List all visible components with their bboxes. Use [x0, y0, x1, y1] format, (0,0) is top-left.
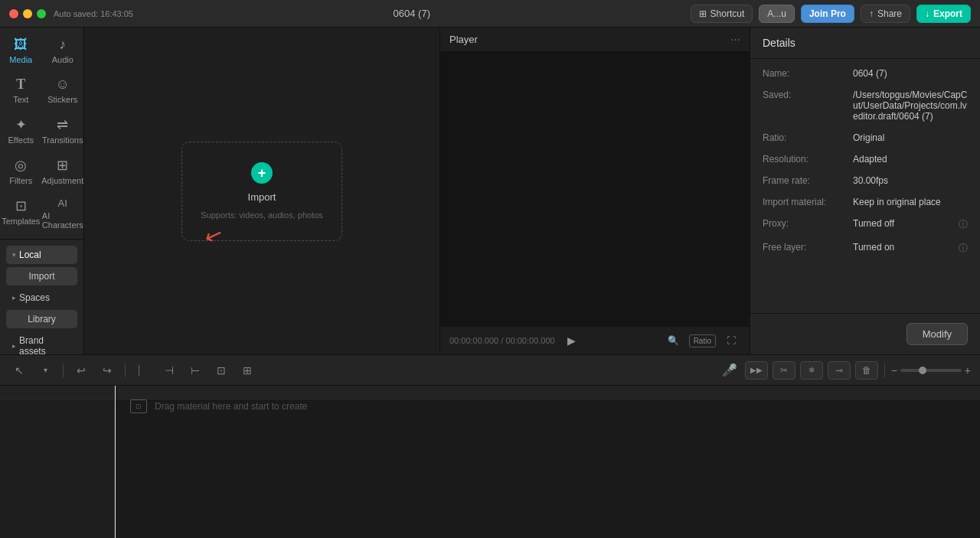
proxy-info-icon[interactable]: ⓘ: [959, 218, 968, 231]
sidebar-section: ▾ Local Import ▸ Spaces Library ▸ Brand …: [0, 240, 83, 354]
sidebar-item-local-label: Local: [19, 249, 41, 260]
maximize-button[interactable]: [37, 9, 46, 18]
share-button[interactable]: ↑ Share: [861, 5, 910, 23]
sidebar-item-local[interactable]: ▾ Local: [6, 246, 77, 264]
close-button[interactable]: [9, 9, 18, 18]
fit-tool[interactable]: ⊞: [237, 360, 257, 380]
tab-text[interactable]: T Text: [0, 70, 42, 110]
chevron-down-icon: ▾: [12, 251, 16, 259]
chevron-right-icon-2: ▸: [12, 342, 16, 350]
ai-characters-icon: AI: [58, 197, 67, 209]
cursor-tool[interactable]: ↖: [9, 360, 29, 380]
split-icon-button[interactable]: ⊸: [828, 361, 851, 380]
sidebar-import-button[interactable]: Import: [6, 267, 77, 285]
tab-stickers[interactable]: ☺ Stickers: [42, 70, 84, 110]
join-pro-button[interactable]: Join Pro: [801, 5, 854, 23]
tab-stickers-label: Stickers: [47, 95, 77, 104]
sidebar-item-brand-assets-label: Brand assets: [19, 335, 71, 354]
trim-icon-button[interactable]: ✂: [773, 361, 795, 380]
avatar-label: A...u: [767, 8, 786, 19]
sidebar-item-spaces[interactable]: ▸ Spaces: [6, 289, 77, 307]
tab-audio[interactable]: ♪ Audio: [42, 31, 84, 70]
player-menu-icon[interactable]: ⋯: [730, 34, 740, 45]
avatar-button[interactable]: A...u: [759, 5, 795, 23]
fullscreen-icon[interactable]: ⛶: [722, 331, 740, 350]
tab-adjustment-label: Adjustment: [41, 176, 83, 185]
free-layer-label: Free layer:: [763, 242, 847, 253]
titlebar-right: ⊞ Shortcut A...u Join Pro ↑ Share ↓ Expo…: [691, 5, 971, 23]
import-label: Import: [248, 191, 276, 203]
undo-button[interactable]: ↩: [71, 360, 91, 380]
timeline-main-track[interactable]: ⊡ Drag material here and start to create: [115, 399, 980, 413]
free-layer-info-icon[interactable]: ⓘ: [959, 242, 968, 255]
play-button[interactable]: ▶: [563, 331, 581, 350]
import-sub-label: Supports: videos, audios, photos: [201, 210, 323, 220]
trim-end-tool[interactable]: ⊢: [185, 360, 205, 380]
tab-templates[interactable]: ⊡ Templates: [0, 191, 42, 236]
screen-icon: ⊞: [699, 8, 707, 19]
join-pro-label: Join Pro: [809, 8, 846, 19]
detail-row-saved: Saved: /Users/topgus/Movies/CapCut/UserD…: [763, 90, 968, 122]
tab-transitions[interactable]: ⇌ Transitions: [42, 110, 84, 151]
tab-audio-label: Audio: [52, 55, 74, 64]
stickers-icon: ☺: [56, 77, 70, 93]
split-tool[interactable]: ⎸: [133, 360, 153, 380]
tab-filters[interactable]: ◎ Filters: [0, 151, 42, 191]
search-zoom-icon[interactable]: 🔍: [665, 331, 683, 350]
dropdown-arrow[interactable]: ▾: [35, 360, 55, 380]
crop-tool[interactable]: ⊡: [211, 360, 231, 380]
tab-ai-characters[interactable]: AI AI Characters: [42, 191, 84, 236]
tab-media-label: Media: [9, 55, 32, 64]
zoom-slider[interactable]: [900, 369, 962, 372]
tab-media[interactable]: 🖼 Media: [0, 31, 42, 70]
detail-row-frame-rate: Frame rate: 30.00fps: [763, 175, 968, 186]
left-toolbar: 🖼 Media ♪ Audio T Text ☺ Stickers ✦ Effe…: [0, 28, 84, 354]
timeline-toolbar: ↖ ▾ ↩ ↪ ⎸ ⊣ ⊢ ⊡ ⊞ 🎤 ▶▶ ✂ ❄ ⊸ 🗑 − +: [0, 355, 980, 386]
share-label: Share: [877, 8, 902, 19]
import-material-value: Keep in original place: [853, 197, 968, 207]
sidebar-item-brand-assets[interactable]: ▸ Brand assets: [6, 331, 77, 354]
player-title: Player: [449, 34, 478, 45]
freeze-icon-button[interactable]: ❄: [800, 361, 823, 380]
free-layer-value: Turned on: [853, 242, 949, 253]
speed-icon-button[interactable]: ▶▶: [745, 361, 768, 380]
timeline-track-container: ⊡ Drag material here and start to create: [115, 386, 980, 538]
divider-3: [884, 364, 885, 377]
drag-placeholder-text: Drag material here and start to create: [155, 401, 307, 412]
redo-button[interactable]: ↪: [97, 360, 117, 380]
tab-adjustment[interactable]: ⊞ Adjustment: [42, 151, 84, 191]
sidebar-item-spaces-label: Spaces: [19, 292, 50, 303]
share-icon: ↑: [869, 8, 874, 19]
media-panel: + Import Supports: videos, audios, photo…: [84, 28, 440, 354]
window-title: 0604 (7): [133, 8, 691, 19]
tab-effects[interactable]: ✦ Effects: [0, 110, 42, 151]
player-panel: Player ⋯ 00:00:00.000 / 00:00:00.000 ▶ 🔍…: [440, 28, 750, 354]
trim-start-tool[interactable]: ⊣: [159, 360, 179, 380]
shortcut-button[interactable]: ⊞ Shortcut: [691, 5, 753, 23]
sidebar-library-button[interactable]: Library: [6, 310, 77, 328]
microphone-button[interactable]: 🎤: [719, 360, 740, 381]
minimize-button[interactable]: [23, 9, 32, 18]
export-button[interactable]: ↓ Export: [916, 5, 971, 23]
delete-icon-button[interactable]: 🗑: [855, 361, 878, 380]
player-timecode: 00:00:00.000 / 00:00:00.000: [449, 336, 555, 345]
player-area: [440, 52, 750, 326]
import-dropzone[interactable]: + Import Supports: videos, audios, photo…: [181, 142, 342, 241]
ratio-button[interactable]: Ratio: [689, 334, 716, 347]
toolbar-tabs: 🖼 Media ♪ Audio T Text ☺ Stickers ✦ Effe…: [0, 28, 83, 240]
ratio-label: Ratio:: [763, 132, 847, 143]
tab-text-label: Text: [13, 95, 28, 104]
timeline-ruler: [0, 386, 114, 399]
adjustment-icon: ⊞: [57, 157, 68, 174]
import-material-label: Import material:: [763, 197, 847, 207]
tab-ai-characters-label: AI Characters: [42, 211, 83, 230]
details-footer: Modify: [750, 313, 980, 354]
text-icon: T: [16, 77, 25, 93]
modify-button[interactable]: Modify: [906, 323, 968, 345]
divider-2: [125, 364, 126, 377]
proxy-value: Turned off: [853, 218, 949, 229]
zoom-out-icon[interactable]: −: [891, 364, 897, 377]
tab-templates-label: Templates: [2, 217, 40, 226]
export-label: Export: [933, 8, 962, 19]
zoom-in-icon[interactable]: +: [965, 364, 971, 377]
